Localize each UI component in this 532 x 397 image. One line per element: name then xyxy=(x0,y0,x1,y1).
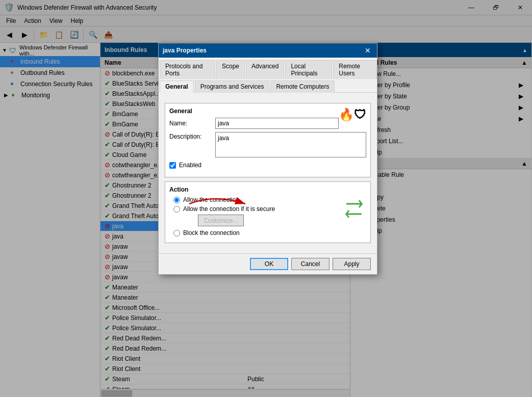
allow-secure-radio[interactable] xyxy=(173,206,180,213)
enabled-label: Enabled xyxy=(179,162,201,169)
radio-block: Block the connection xyxy=(173,229,366,236)
description-label: Description: xyxy=(169,132,215,140)
dialog-footer: OK Cancel Apply xyxy=(159,253,377,274)
tab-protocols[interactable]: Protocols and Ports xyxy=(160,60,215,79)
description-input[interactable]: <span data-bind="dialog.general.descript… xyxy=(215,132,366,157)
dialog-overlay: java Properties ✕ Protocols and Ports Sc… xyxy=(0,0,532,397)
tab-advanced[interactable]: Advanced xyxy=(246,60,284,79)
allow-label: Allow the connection xyxy=(183,196,239,203)
java-properties-dialog: java Properties ✕ Protocols and Ports Sc… xyxy=(158,43,377,275)
name-label: Name: xyxy=(169,120,215,127)
tab-remote-computers[interactable]: Remote Computers xyxy=(270,81,335,93)
action-section: Action Allow the connection Allow the co… xyxy=(165,181,371,243)
dialog-close-button[interactable]: ✕ xyxy=(363,45,373,56)
allow-secure-label: Allow the connection if it is secure xyxy=(183,205,275,213)
tab-general[interactable]: General xyxy=(160,81,194,93)
block-radio[interactable] xyxy=(173,230,180,236)
tab-scope[interactable]: Scope xyxy=(216,60,245,79)
general-section: General 🔥🛡 Name: Description: <span data… xyxy=(165,103,371,177)
enabled-row: Enabled xyxy=(169,162,366,169)
enabled-checkbox[interactable] xyxy=(169,162,176,169)
dialog-content: General 🔥🛡 Name: Description: <span data… xyxy=(159,93,377,253)
radio-allow-secure: Allow the connection if it is secure xyxy=(173,205,366,213)
description-row: Description: <span data-bind="dialog.gen… xyxy=(169,132,366,157)
firewall-rule-icon: 🔥🛡 xyxy=(339,108,366,122)
block-label: Block the connection xyxy=(183,229,240,236)
ok-button[interactable]: OK xyxy=(250,258,288,270)
customize-button[interactable]: Customize... xyxy=(198,215,244,226)
tab-remote-users[interactable]: Remote Users xyxy=(333,60,377,79)
dialog-title-bar: java Properties ✕ xyxy=(159,43,377,58)
action-section-title: Action xyxy=(169,186,366,193)
tab-bar-row2: General Programs and Services Remote Com… xyxy=(159,79,377,93)
radio-allow: Allow the connection xyxy=(173,196,366,203)
allow-radio[interactable] xyxy=(173,197,180,203)
name-row: Name: xyxy=(169,118,339,129)
apply-button[interactable]: Apply xyxy=(333,258,371,270)
name-input[interactable] xyxy=(215,118,339,129)
cancel-button[interactable]: Cancel xyxy=(291,258,330,270)
tab-programs-services[interactable]: Programs and Services xyxy=(195,81,270,93)
general-section-title: General 🔥🛡 xyxy=(169,108,366,115)
dialog-title: java Properties xyxy=(163,47,207,54)
tab-bar-row1: Protocols and Ports Scope Advanced Local… xyxy=(159,58,377,79)
tab-local-principals[interactable]: Local Principals xyxy=(285,60,332,79)
